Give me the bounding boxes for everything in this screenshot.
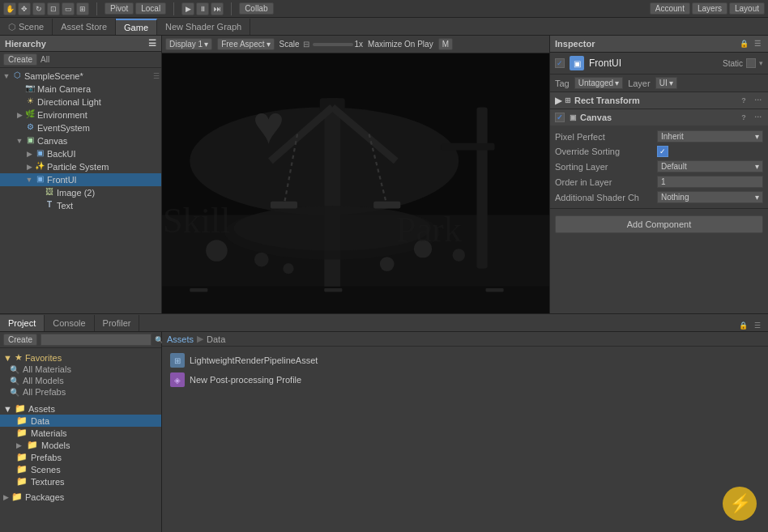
- tree-item-backui[interactable]: ▶ ▣ BackUI: [0, 147, 161, 160]
- tab-profiler[interactable]: Profiler: [95, 315, 140, 331]
- packages-arrow: ▶: [3, 493, 9, 501]
- scale-value: 1x: [355, 40, 364, 49]
- aspect-dropdown[interactable]: Free Aspect ▾: [217, 38, 274, 50]
- svg-rect-19: [373, 202, 400, 209]
- override-sorting-checkbox[interactable]: ✓: [657, 146, 668, 157]
- order-layer-value: 1: [661, 177, 666, 186]
- tag-dropdown[interactable]: Untagged ▾: [574, 77, 623, 89]
- favorites-header[interactable]: ▼ ★ Favorites: [3, 351, 158, 364]
- svg-rect-26: [190, 288, 207, 292]
- tree-item-main-camera[interactable]: ▶ 📷 Main Camera: [0, 83, 161, 96]
- pivot-btn[interactable]: Pivot: [105, 2, 134, 15]
- scale-tool-btn[interactable]: ⊡: [47, 2, 60, 15]
- assets-prefabs[interactable]: 📁 Prefabs: [0, 451, 161, 463]
- tree-item-environment[interactable]: ▶ 🌿 Environment: [0, 109, 161, 121]
- scene-menu[interactable]: ☰: [153, 72, 160, 80]
- models-folder-icon: 📁: [27, 440, 38, 450]
- hierarchy-toolbar: Create All: [0, 52, 161, 68]
- display-dropdown[interactable]: Display 1 ▾: [165, 38, 212, 50]
- asset-store-tab-label: Asset Store: [61, 22, 107, 32]
- tab-asset-store[interactable]: Asset Store: [53, 19, 116, 35]
- tab-scene[interactable]: ⬡ Scene: [0, 19, 53, 35]
- hierarchy-panel: Hierarchy ☰ Create All ▼ ⬡ SampleScene* …: [0, 36, 162, 313]
- breadcrumb-assets[interactable]: Assets: [167, 334, 194, 344]
- asset-item-post-processing[interactable]: ◈ New Post-processing Profile: [167, 371, 763, 389]
- tab-game[interactable]: Game: [116, 19, 157, 35]
- static-checkbox[interactable]: [746, 58, 756, 68]
- packages-header[interactable]: ▶ 📁 Packages: [0, 491, 161, 503]
- assets-textures[interactable]: 📁 Textures: [0, 475, 161, 487]
- tree-item-text[interactable]: ▶ T Text: [0, 199, 161, 212]
- sorting-layer-dropdown[interactable]: Default ▾: [657, 160, 763, 172]
- pause-btn[interactable]: ⏸: [196, 2, 209, 15]
- asset-item-pipeline[interactable]: ⊞ LightweightRenderPipelineAsset: [167, 351, 763, 369]
- account-btn[interactable]: Account: [650, 2, 690, 15]
- move-tool-btn[interactable]: ✥: [18, 2, 31, 15]
- assets-models[interactable]: ▶ 📁 Models: [0, 439, 161, 451]
- rotate-tool-btn[interactable]: ↻: [32, 2, 45, 15]
- prop-override-sorting: Override Sorting ✓: [555, 144, 763, 159]
- tab-project[interactable]: Project: [0, 315, 45, 331]
- svg-rect-21: [476, 107, 487, 268]
- shader-ch-value: Nothing: [661, 193, 689, 202]
- hand-tool-btn[interactable]: ✋: [3, 2, 16, 15]
- order-layer-input[interactable]: 1: [657, 176, 763, 188]
- canvas-info-icon[interactable]: ?: [738, 112, 749, 123]
- tree-item-canvas[interactable]: ▼ ▣ Canvas: [0, 134, 161, 147]
- project-menu-icon[interactable]: ☰: [752, 320, 763, 331]
- tree-item-particle[interactable]: ▶ ✨ Particle System: [0, 160, 161, 173]
- tab-console[interactable]: Console: [45, 315, 94, 331]
- fav-all-models[interactable]: 🔍 All Models: [3, 375, 158, 386]
- particle-label: Particle System: [47, 162, 109, 172]
- assets-root-header[interactable]: ▼ 📁 Assets: [0, 402, 161, 415]
- step-btn[interactable]: ⏭: [211, 2, 224, 15]
- fav-all-materials[interactable]: 🔍 All Materials: [3, 364, 158, 375]
- add-component-btn[interactable]: Add Component: [555, 215, 763, 233]
- layers-btn[interactable]: Layers: [692, 2, 727, 15]
- bolt-button[interactable]: ⚡: [723, 487, 757, 521]
- assets-scenes[interactable]: 📁 Scenes: [0, 463, 161, 475]
- inspector-menu-icon[interactable]: ☰: [752, 38, 763, 49]
- rect-tool-btn[interactable]: ▭: [62, 2, 75, 15]
- inspector-lock-icon[interactable]: 🔒: [738, 38, 749, 49]
- shader-ch-chevron: ▾: [755, 193, 759, 202]
- tree-item-frontui[interactable]: ▼ ▣ FrontUI: [0, 173, 161, 186]
- shader-ch-dropdown[interactable]: Nothing ▾: [657, 191, 763, 203]
- hierarchy-create-btn[interactable]: Create: [3, 53, 37, 66]
- rect-transform-header[interactable]: ▶ ⊞ Rect Transform ? ⋯: [550, 92, 768, 109]
- transform-tool-btn[interactable]: ⊞: [76, 2, 89, 15]
- tree-item-directional-light[interactable]: ▶ ☀ Directional Light: [0, 96, 161, 109]
- local-btn[interactable]: Local: [135, 2, 166, 15]
- rt-menu-icon[interactable]: ⋯: [752, 95, 763, 106]
- scene-root-item[interactable]: ▼ ⬡ SampleScene* ☰: [0, 70, 161, 83]
- maximize-toggle[interactable]: Maximize On Play: [368, 40, 433, 49]
- obj-enable-checkbox[interactable]: ✓: [555, 58, 565, 68]
- canvas-enable-checkbox[interactable]: ✓: [555, 113, 565, 122]
- canvas-section-header[interactable]: ✓ ▣ Canvas ? ⋯: [550, 109, 768, 126]
- play-btn[interactable]: ▶: [181, 2, 194, 15]
- asset-grid: ⊞ LightweightRenderPipelineAsset ◈ New P…: [162, 347, 768, 532]
- tab-shader-graph[interactable]: New Shader Graph: [157, 19, 250, 35]
- collab-btn[interactable]: Collab: [239, 2, 273, 15]
- hierarchy-menu-icon[interactable]: ☰: [148, 38, 156, 49]
- hierarchy-title: Hierarchy: [5, 39, 46, 49]
- mute-btn[interactable]: M: [438, 38, 453, 50]
- tree-item-image2[interactable]: ▶ 🖼 Image (2): [0, 186, 161, 199]
- rt-info-icon[interactable]: ?: [738, 95, 749, 106]
- tree-item-eventsystem[interactable]: ▶ ⚙ EventSystem: [0, 121, 161, 134]
- canvas-icon: ▣: [24, 135, 36, 147]
- pixel-perfect-dropdown[interactable]: Inherit ▾: [657, 130, 763, 143]
- static-dropdown-arrow[interactable]: ▾: [759, 59, 763, 67]
- project-search-input[interactable]: [41, 334, 151, 346]
- sep2: [173, 2, 174, 15]
- assets-materials[interactable]: 📁 Materials: [0, 427, 161, 439]
- layer-value: UI: [659, 79, 668, 87]
- project-create-btn[interactable]: Create: [3, 334, 37, 346]
- fav-all-prefabs[interactable]: 🔍 All Prefabs: [3, 386, 158, 398]
- layout-btn[interactable]: Layout: [729, 2, 765, 15]
- layer-dropdown[interactable]: UI ▾: [655, 77, 677, 89]
- assets-data[interactable]: 📁 Data: [0, 415, 161, 427]
- prop-shader-ch: Additional Shader Ch Nothing ▾: [555, 189, 763, 205]
- canvas-menu-icon[interactable]: ⋯: [752, 112, 763, 123]
- project-lock-icon[interactable]: 🔒: [737, 320, 749, 331]
